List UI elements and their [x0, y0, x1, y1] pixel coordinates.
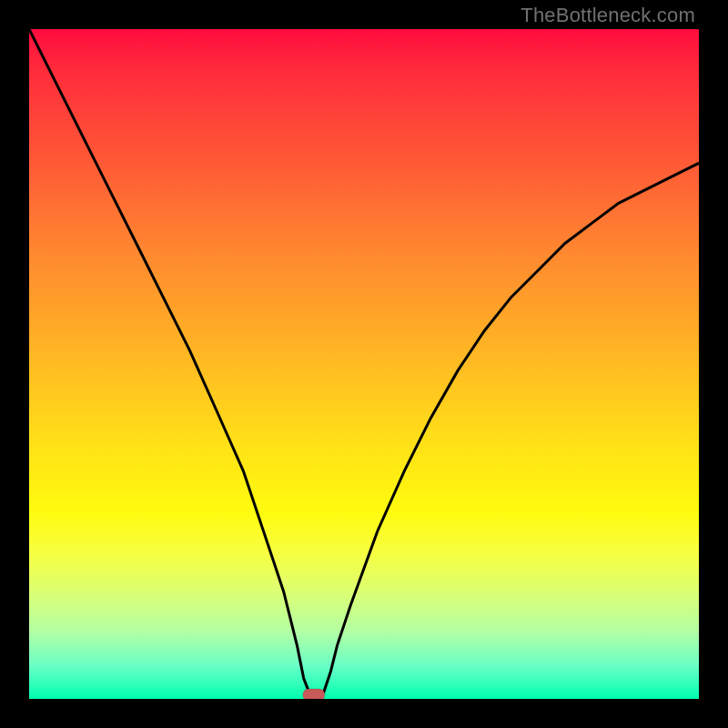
optimal-point-marker [303, 689, 325, 699]
bottleneck-curve [29, 29, 699, 695]
watermark-text: TheBottleneck.com [521, 4, 695, 27]
chart-frame: TheBottleneck.com [0, 0, 728, 728]
plot-area [29, 29, 699, 699]
curve-layer [29, 29, 699, 699]
